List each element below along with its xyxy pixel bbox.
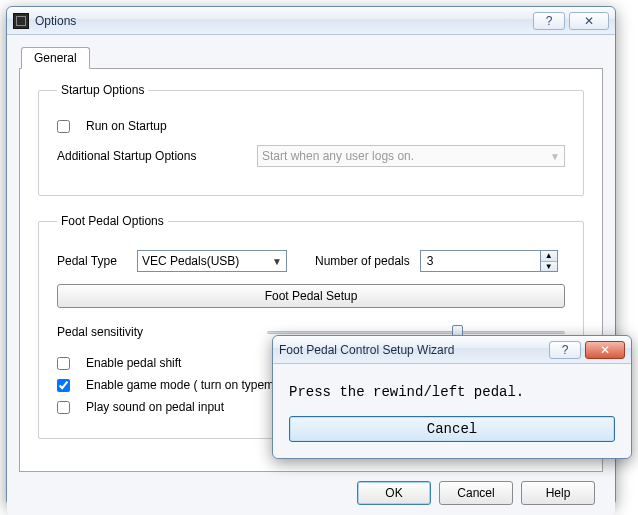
- wizard-titlebar[interactable]: Foot Pedal Control Setup Wizard ? ✕: [273, 336, 631, 364]
- wizard-message: Press the rewind/left pedal.: [289, 384, 615, 400]
- pedal-type-label: Pedal Type: [57, 254, 127, 268]
- additional-startup-dropdown: Start when any user logs on. ▼: [257, 145, 565, 167]
- num-pedals-label: Number of pedals: [315, 254, 410, 268]
- options-titlebar[interactable]: Options ? ✕: [7, 7, 615, 35]
- dialog-button-row: OK Cancel Help: [19, 471, 603, 505]
- foot-pedal-options-legend: Foot Pedal Options: [57, 214, 168, 228]
- wizard-title: Foot Pedal Control Setup Wizard: [279, 343, 545, 357]
- enable-pedal-shift-checkbox[interactable]: [57, 357, 70, 370]
- startup-options-legend: Startup Options: [57, 83, 148, 97]
- wizard-close-window-button[interactable]: ✕: [585, 341, 625, 359]
- ok-button[interactable]: OK: [357, 481, 431, 505]
- additional-startup-label: Additional Startup Options: [57, 149, 247, 163]
- additional-startup-value: Start when any user logs on.: [262, 149, 414, 163]
- chevron-down-icon[interactable]: ▼: [272, 256, 282, 267]
- spinner-down-icon[interactable]: ▼: [541, 262, 557, 272]
- pedal-type-value: VEC Pedals(USB): [142, 254, 239, 268]
- window-title: Options: [35, 14, 529, 28]
- run-on-startup-label[interactable]: Run on Startup: [86, 119, 167, 133]
- enable-game-mode-label[interactable]: Enable game mode ( turn on typematic ): [86, 378, 300, 392]
- help-button[interactable]: Help: [521, 481, 595, 505]
- play-sound-checkbox[interactable]: [57, 401, 70, 414]
- close-window-button[interactable]: ✕: [569, 12, 609, 30]
- startup-options-group: Startup Options Run on Startup Additiona…: [38, 83, 584, 196]
- slider-track: [267, 331, 565, 334]
- play-sound-label[interactable]: Play sound on pedal input: [86, 400, 224, 414]
- tab-strip: General: [19, 45, 603, 67]
- wizard-help-window-button[interactable]: ?: [549, 341, 581, 359]
- num-pedals-input[interactable]: [420, 250, 540, 272]
- run-on-startup-checkbox[interactable]: [57, 120, 70, 133]
- num-pedals-spinner[interactable]: ▲ ▼: [420, 250, 558, 272]
- pedal-sensitivity-label: Pedal sensitivity: [57, 325, 257, 339]
- spinner-up-icon[interactable]: ▲: [541, 251, 557, 262]
- enable-game-mode-checkbox[interactable]: [57, 379, 70, 392]
- cancel-button[interactable]: Cancel: [439, 481, 513, 505]
- wizard-cancel-button[interactable]: Cancel: [289, 416, 615, 442]
- help-window-button[interactable]: ?: [533, 12, 565, 30]
- app-icon: [13, 13, 29, 29]
- chevron-down-icon: ▼: [550, 151, 560, 162]
- tab-general[interactable]: General: [21, 47, 90, 69]
- pedal-type-dropdown[interactable]: VEC Pedals(USB) ▼: [137, 250, 287, 272]
- foot-pedal-setup-button[interactable]: Foot Pedal Setup: [57, 284, 565, 308]
- foot-pedal-wizard-window: Foot Pedal Control Setup Wizard ? ✕ Pres…: [272, 335, 632, 459]
- enable-pedal-shift-label[interactable]: Enable pedal shift: [86, 356, 181, 370]
